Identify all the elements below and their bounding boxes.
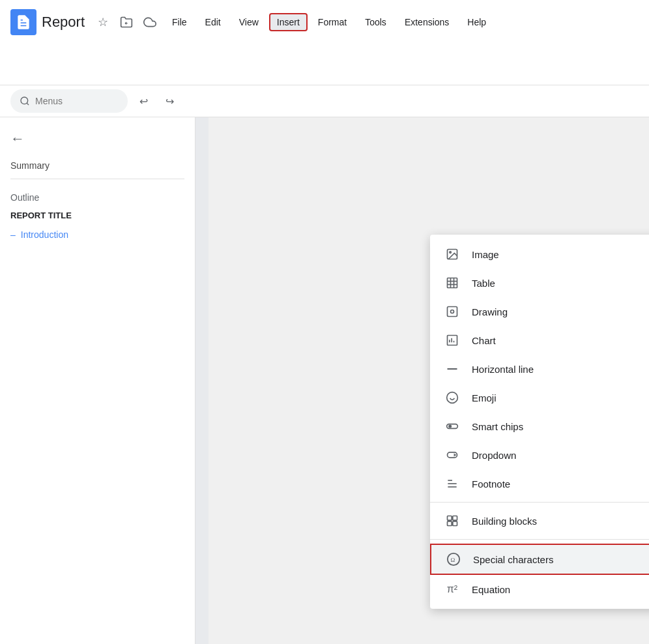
chart-icon [443,331,461,349]
menu-item-chart[interactable]: Chart ▶ [430,326,649,355]
equation-label: Equation [472,584,649,595]
undo-button[interactable]: ↩ [133,91,154,111]
menu-divider-2 [430,539,649,540]
doc-area: Image ▶ Table ▶ [195,117,649,644]
menu-view[interactable]: View [231,13,267,31]
special-characters-label: Special characters [473,554,649,565]
emoji-label: Emoji [472,392,649,403]
outline-label: Outline [10,192,184,203]
building-blocks-label: Building blocks [472,516,649,527]
menu-edit[interactable]: Edit [197,13,229,31]
footnote-label: Footnote [472,478,649,490]
equation-icon: π² [443,580,461,598]
top-bar: Report ☆ File Edit View Insert Forma [0,0,649,85]
doc-title: Report [42,14,85,31]
menu-file[interactable]: File [164,13,195,31]
hline-icon [443,360,461,378]
search-icon [20,96,30,106]
svg-point-6 [450,252,452,254]
sidebar-divider-1 [10,179,184,179]
title-row: Report ☆ File Edit View Insert Forma [0,0,649,39]
menu-item-image[interactable]: Image ▶ [430,240,649,269]
outline-dash-icon: – [10,229,16,240]
vertical-ruler [195,117,209,644]
emoji-icon [443,388,461,407]
menu-item-table[interactable]: Table ▶ [430,269,649,297]
menu-divider-1 [430,502,649,503]
outline-introduction[interactable]: – Introduction [10,227,184,242]
hline-label: Horizontal line [472,364,649,375]
menu-item-footnote[interactable]: Footnote ⌘+Option+F [430,469,649,498]
svg-text:Ω: Ω [450,557,455,563]
special-chars-icon: Ω [444,550,463,568]
insert-dropdown-menu: Image ▶ Table ▶ [430,235,649,609]
folder-icon[interactable] [117,13,136,31]
table-icon [443,274,461,292]
toolbar-row: ↩ ↪ [0,85,649,117]
smart-chips-label: Smart chips [472,421,649,432]
menu-extensions[interactable]: Extensions [397,13,457,31]
menu-item-drawing[interactable]: Drawing ▶ [430,297,649,326]
menu-item-horizontal-line[interactable]: Horizontal line [430,355,649,383]
menu-item-dropdown[interactable]: Dropdown [430,441,649,469]
menu-item-equation[interactable]: π² Equation [430,575,649,604]
menu-tools[interactable]: Tools [357,13,394,31]
redo-button[interactable]: ↪ [159,91,180,111]
back-button[interactable]: ← [10,130,25,147]
cloud-icon[interactable] [141,13,159,31]
svg-rect-28 [448,516,452,521]
sidebar: ← Summary Outline REPORT TITLE – Introdu… [0,117,195,644]
menu-format[interactable]: Format [310,13,354,31]
title-icons: ☆ [94,13,159,31]
svg-point-13 [451,310,454,314]
svg-rect-29 [453,516,457,521]
outline-report-title: REPORT TITLE [10,211,184,220]
dropdown-icon [443,446,461,464]
outline-section: Outline REPORT TITLE – Introduction [10,192,184,242]
svg-rect-31 [453,521,457,526]
doc-icon [10,9,36,35]
star-icon[interactable]: ☆ [94,13,112,31]
menu-item-special-characters[interactable]: Ω Special characters [430,544,649,575]
summary-label: Summary [10,160,184,171]
drawing-label: Drawing [472,306,649,317]
menu-item-smart-chips[interactable]: Smart chips ▶ [430,412,649,441]
footnote-icon [443,475,461,493]
image-label: Image [472,249,649,260]
building-blocks-icon [443,512,461,530]
main-area: ← Summary Outline REPORT TITLE – Introdu… [0,117,649,644]
menu-item-building-blocks[interactable]: Building blocks ▶ [430,506,649,535]
summary-section: Summary [10,160,184,179]
image-icon [443,245,461,263]
svg-rect-7 [448,278,457,288]
svg-point-23 [449,425,451,427]
svg-point-19 [447,392,458,403]
dropdown-label: Dropdown [472,450,649,461]
menu-insert[interactable]: Insert [269,13,308,31]
menu-item-emoji[interactable]: Emoji [430,383,649,412]
svg-rect-12 [448,307,457,317]
search-box[interactable] [10,89,128,113]
drawing-icon [443,302,461,321]
table-label: Table [472,278,649,289]
menu-help[interactable]: Help [459,13,494,31]
search-input[interactable] [35,96,113,106]
svg-rect-30 [448,521,452,526]
svg-line-4 [27,103,29,105]
svg-point-3 [21,97,28,104]
outline-introduction-text: Introduction [21,229,68,240]
smart-chips-icon [443,417,461,435]
chart-label: Chart [472,335,649,346]
menu-bar: File Edit View Insert Format Tools Exten… [164,13,494,31]
